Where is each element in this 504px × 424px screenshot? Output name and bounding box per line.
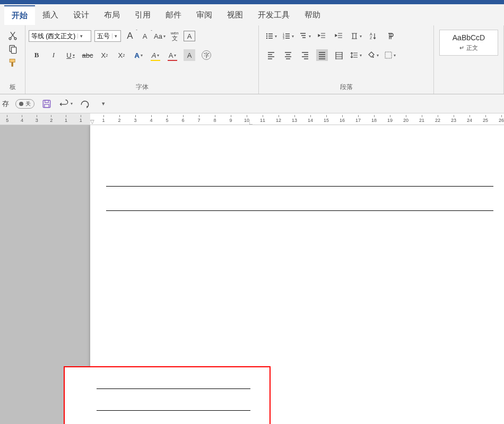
svg-rect-17 [45,104,49,107]
numbering-button[interactable]: 123▾ [282,30,294,42]
svg-rect-3 [11,47,16,54]
svg-text:3: 3 [283,37,284,40]
tab-review[interactable]: 审阅 [189,6,220,24]
hr-line [97,410,250,411]
svg-point-8 [266,38,267,39]
tab-insert[interactable]: 插入 [35,6,66,24]
show-marks-button[interactable] [384,30,396,42]
subscript-button[interactable]: X2 [99,49,110,61]
text-frame[interactable] [64,366,271,424]
svg-point-0 [9,38,11,40]
hr-line [106,210,493,211]
line-spacing-button[interactable]: ▾ [350,49,362,61]
redo-button[interactable] [79,98,91,110]
quick-access-toolbar: 存 关 ▾ ▾ [0,94,504,113]
change-case-button[interactable]: Aa▾ [154,30,166,42]
increase-indent-button[interactable] [333,30,345,42]
highlight-button[interactable]: A▾ [150,49,161,61]
save-button[interactable] [41,98,53,110]
tab-references[interactable]: 引用 [127,6,158,24]
document-area [0,125,504,424]
undo-button[interactable]: ▾ [59,98,73,110]
bold-button[interactable]: B [31,49,42,61]
tab-dev[interactable]: 开发工具 [250,6,297,24]
distribute-button[interactable] [333,49,345,61]
font-group: 等线 (西文正文)▾ 五号▾ Aˆ Aˇ Aa▾ wén文 A B I U▾ a… [25,25,259,94]
svg-text:Z: Z [370,36,372,40]
svg-point-7 [266,36,267,37]
text-direction-button[interactable]: ▾ [350,30,362,42]
format-painter-button[interactable] [7,57,19,69]
font-size-combo[interactable]: 五号▾ [94,30,121,42]
paragraph-group-label: 段落 [262,82,430,93]
styles-group: AaBbCcD ↵ 正文 [434,25,504,94]
clipboard-label: 板 [3,82,22,93]
text-effects-button[interactable]: A▾ [133,49,144,61]
svg-rect-4 [10,59,15,63]
underline-button[interactable]: U▾ [65,49,76,61]
strike-button[interactable]: abc [82,49,93,61]
ribbon-tabs: 开始 插入 设计 布局 引用 邮件 审阅 视图 开发工具 帮助 [0,4,504,25]
char-shading-button[interactable]: A [184,49,195,61]
copy-button[interactable] [7,43,19,55]
char-border-button[interactable]: A [184,31,195,41]
qat-customize[interactable]: ▾ [97,98,109,110]
italic-button[interactable]: I [48,49,59,61]
style-normal[interactable]: AaBbCcD ↵ 正文 [439,30,498,56]
sort-button[interactable]: AZ [367,30,379,42]
tab-home[interactable]: 开始 [4,5,35,25]
bullets-button[interactable]: ▾ [265,30,277,42]
phonetic-guide-button[interactable]: wén文 [169,30,180,42]
svg-text:A: A [370,32,372,36]
svg-point-1 [14,38,16,40]
autosave-toggle[interactable]: 关 [15,99,34,109]
justify-button[interactable] [316,49,328,61]
font-color-button[interactable]: A▾ [167,49,178,61]
cut-button[interactable] [7,30,19,41]
autosave-label: 存 [2,99,9,109]
align-left-button[interactable] [265,49,277,61]
tab-layout[interactable]: 布局 [97,6,127,24]
hr-line [106,186,493,187]
borders-button[interactable]: ▾ [384,49,396,61]
decrease-indent-button[interactable] [316,30,328,42]
superscript-button[interactable]: X2 [116,49,127,61]
hr-line [97,388,250,389]
svg-point-6 [266,33,267,34]
align-center-button[interactable] [282,49,294,61]
clipboard-group: 板 [0,25,25,94]
svg-rect-5 [11,62,13,66]
shading-button[interactable]: ▾ [367,49,379,61]
align-right-button[interactable] [299,49,311,61]
svg-rect-14 [385,52,392,58]
font-group-label: 字体 [29,82,255,93]
svg-rect-16 [45,100,49,102]
tab-mail[interactable]: 邮件 [158,6,189,24]
shrink-font-button[interactable]: Aˇ [139,30,151,42]
tab-design[interactable]: 设计 [66,6,97,24]
tab-help[interactable]: 帮助 [297,6,328,24]
ribbon: 板 等线 (西文正文)▾ 五号▾ Aˆ Aˇ Aa▾ wén文 A B I U▾… [0,25,504,94]
tab-view[interactable]: 视图 [220,6,250,24]
enclose-char-button[interactable]: 字 [201,49,212,61]
paragraph-group: ▾ 123▾ ▾ ▾ AZ ▾ ▾ ▾ 段落 [259,25,434,94]
horizontal-ruler[interactable]: 543211 123456789101112131415161718192021… [0,113,504,125]
multilevel-button[interactable]: ▾ [299,30,311,42]
font-name-combo[interactable]: 等线 (西文正文)▾ [29,30,91,42]
grow-font-button[interactable]: Aˆ [124,30,136,42]
